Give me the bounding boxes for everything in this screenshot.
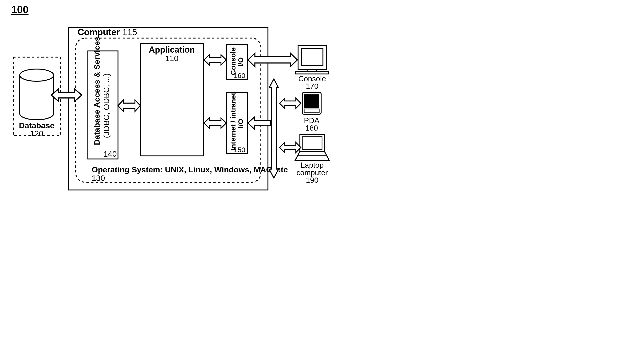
svg-rect-9 [302,137,322,149]
pda-label: PDA [304,116,319,125]
arrow-bus-to-laptop [280,142,301,153]
console-io-title: Console [229,47,237,75]
svg-rect-4 [296,72,329,74]
network-bus [269,79,279,178]
internet-io-title: Internet / intranet [229,93,237,150]
laptop-label2: computer [296,168,328,177]
database-cylinder [20,69,54,120]
db-access-num: 140 [103,149,117,158]
svg-rect-8 [300,135,324,151]
arrow-app-to-internetio [204,118,226,128]
laptop-label1: Laptop [301,161,324,169]
laptop-num: 190 [306,176,318,184]
arrow-internetio-to-bus [248,117,270,129]
arrow-db-to-dbaccess [51,89,82,101]
svg-point-0 [20,69,54,81]
internet-io-sub: I/O [237,119,245,128]
database-title: Database [19,121,54,130]
arrow-app-to-consoleio [204,55,226,65]
arrow-consoleio-to-console [248,53,297,66]
pda-num: 180 [305,124,318,132]
application-num: 110 [165,54,179,63]
console-io-sub: I/O [237,57,245,67]
arrow-bus-to-pda [280,98,301,109]
arrow-dbaccess-to-app [118,100,140,111]
svg-rect-2 [301,49,323,66]
db-access-line2: (JDBC, ODBC, ...) [102,73,111,138]
svg-rect-6 [304,94,319,108]
os-label: Operating System: UNIX, Linux, Windows, … [92,165,288,174]
console-device [296,46,329,74]
pda-device [302,92,321,114]
database-num: 120 [30,129,43,138]
application-title: Application [149,45,195,55]
console-label: Console [298,74,326,83]
computer-title: Computer 115 [78,27,137,37]
internet-io-num: 150 [234,146,245,154]
console-io-num: 160 [234,72,245,79]
db-access-line1: Database Access & Services [92,37,101,145]
os-num: 130 [92,173,105,182]
figure-ref: 100 [11,4,29,15]
console-num: 170 [306,82,318,90]
